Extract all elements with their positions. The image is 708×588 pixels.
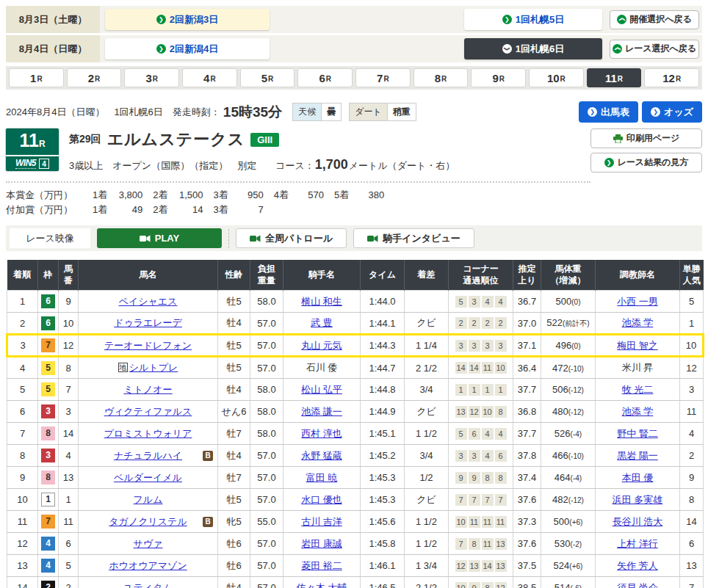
horse-name-link[interactable]: テーオードレフォン [104, 340, 192, 351]
race-tab-12r[interactable]: 12R [644, 68, 699, 87]
race-number: 11R [6, 128, 59, 155]
trainer-link[interactable]: 黒岩 陽一 [617, 450, 658, 461]
jockey-link[interactable]: 松山 弘平 [301, 384, 342, 395]
horse-name-link[interactable]: シルトプレ [129, 362, 178, 373]
trainer-link[interactable]: 須貝 尚介 [617, 582, 658, 588]
horse-name-cell: 地シルトプレ [79, 357, 218, 379]
back-button[interactable]: ❯開催選択へ戻る [610, 10, 699, 29]
jockey-link[interactable]: 西村 淳也 [301, 428, 342, 439]
jockey-link[interactable]: 岩田 康誠 [301, 538, 342, 549]
bracket-number: 5 [41, 382, 55, 396]
back-button[interactable]: ❯レース選択へ戻る [610, 40, 699, 59]
jockey-link[interactable]: 横山 和生 [301, 296, 342, 307]
race-tab-r-suffix: R [618, 75, 623, 83]
trainer-link[interactable]: 矢作 芳人 [617, 560, 658, 571]
action-button-odds[interactable]: ❯オッズ [642, 101, 702, 123]
horse-name-link[interactable]: タガノクリステル [109, 516, 187, 527]
bracket-cell: 6 [38, 313, 59, 335]
horse-name-link[interactable]: ナチュラルハイ [114, 450, 182, 461]
bracket-cell: 3 [38, 445, 59, 467]
body-weight-cell: 526(-4) [541, 423, 596, 445]
horse-name-link[interactable]: プロミストウォリア [104, 428, 192, 439]
condition-badge-label: ダート [350, 104, 387, 120]
how-to-read-button[interactable]: ❯レース結果の見方 [590, 153, 702, 173]
race-tab-1r[interactable]: 1R [9, 68, 64, 87]
body-weight-diff: (-12) [568, 386, 584, 394]
trainer-link[interactable]: 池添 学 [622, 406, 654, 417]
horse-name-link[interactable]: ヴィクティファルス [104, 406, 192, 417]
sex-age: 牡7 [218, 467, 250, 489]
race-tab-4r[interactable]: 4R [182, 68, 237, 87]
trainer-cell: 牧 光二 [596, 379, 680, 401]
horse-number: 4 [59, 445, 79, 467]
jockey-link[interactable]: 池添 謙一 [301, 406, 342, 417]
prize-place: 3着 [213, 203, 228, 217]
trainer-link[interactable]: 長谷川 浩大 [613, 516, 663, 527]
play-button[interactable]: PLAY [97, 228, 222, 248]
carried-weight: 57.0 [250, 335, 283, 357]
body-weight: 496 [556, 340, 572, 351]
date-row: 8月3日（土曜）❯2回新潟3日❯1回札幌5日❯開催選択へ戻る [6, 6, 702, 33]
horse-number: 10 [59, 313, 79, 335]
corner-position: 8 [495, 472, 507, 484]
race-tab-5r[interactable]: 5R [240, 68, 295, 87]
jockey-link[interactable]: 武 豊 [311, 317, 333, 328]
race-tab-7r[interactable]: 7R [355, 68, 411, 87]
action-button-entries[interactable]: ❯出馬表 [579, 101, 638, 123]
horse-name-link[interactable]: ホウオウアマゾン [109, 560, 187, 571]
trainer-link[interactable]: 本田 優 [622, 472, 654, 483]
venue-button[interactable]: ❯1回札幌5日 [464, 9, 602, 30]
trainer-link[interactable]: 池添 学 [622, 317, 654, 328]
venue-button[interactable]: ❯2回新潟4日 [105, 38, 270, 59]
horse-name-link[interactable]: サヴァ [134, 538, 163, 549]
jockey-link[interactable]: 佐々木 大輔 [297, 582, 347, 588]
corner-position: 11 [482, 538, 494, 550]
column-header: タイム [361, 260, 405, 291]
jockey-interview-button[interactable]: 騎手インタビュー [353, 228, 474, 248]
bracket-cell: 4 [38, 533, 59, 555]
horse-name-link[interactable]: ユティタム [123, 582, 173, 588]
corner-position: 10 [482, 406, 494, 418]
horse-name-link[interactable]: フルム [134, 494, 163, 505]
trainer-link[interactable]: 牧 光二 [622, 384, 654, 395]
venue-button[interactable]: ❯1回札幌6日 [464, 38, 602, 59]
jockey-link[interactable]: 水口 優也 [301, 494, 342, 505]
race-tab-2r[interactable]: 2R [67, 68, 122, 87]
jockey-link[interactable]: 富田 暁 [306, 472, 338, 483]
trainer-link[interactable]: 梅田 智之 [617, 340, 658, 351]
trainer-link[interactable]: 上村 洋行 [617, 538, 658, 549]
trainer-link[interactable]: 浜田 多実雄 [613, 494, 663, 505]
carried-weight: 58.0 [250, 401, 283, 423]
horse-number: 12 [59, 335, 79, 357]
race-tab-3r[interactable]: 3R [124, 68, 179, 87]
bracket-number: 3 [41, 449, 55, 462]
bracket-cell: 6 [38, 291, 59, 313]
win5-number: 4 [39, 159, 49, 169]
finish-time: 1:45.3 [361, 467, 405, 489]
jockey-link[interactable]: 菱田 裕二 [301, 560, 342, 571]
corner-position: 2 [495, 317, 507, 329]
race-title: エルムステークス [107, 128, 245, 150]
race-tab-8r[interactable]: 8R [413, 68, 469, 87]
course-distance: 1,700 [315, 157, 348, 173]
trainer-link[interactable]: 小西 一男 [617, 296, 658, 307]
horse-name-link[interactable]: ミトノオー [123, 384, 172, 395]
carried-weight: 57.0 [250, 313, 283, 335]
chevron-icon: ❯ [156, 44, 166, 54]
horse-name-link[interactable]: ベルダーイメル [114, 472, 182, 483]
corner-position: 1 [495, 384, 507, 396]
patrol-video-button[interactable]: 全周パトロール [236, 228, 347, 248]
race-tab-10r[interactable]: 10R [529, 68, 584, 87]
race-tab-6r[interactable]: 6R [297, 68, 353, 87]
race-tab-9r[interactable]: 9R [471, 68, 526, 87]
chevron-icon: ❯ [156, 15, 166, 24]
horse-name-link[interactable]: ドゥラエレーデ [114, 317, 182, 328]
venue-button[interactable]: ❯2回新潟3日 [105, 9, 270, 30]
trainer-link[interactable]: 野中 賢二 [617, 428, 658, 439]
print-page-button[interactable]: 印刷用ページ [590, 128, 702, 148]
horse-name-link[interactable]: ペイシャエス [119, 296, 178, 307]
jockey-link[interactable]: 永野 猛蔵 [301, 450, 342, 461]
jockey-link[interactable]: 丸山 元気 [301, 340, 342, 351]
jockey-link[interactable]: 古川 吉洋 [301, 516, 342, 527]
race-tab-11r[interactable]: 11R [587, 68, 642, 87]
